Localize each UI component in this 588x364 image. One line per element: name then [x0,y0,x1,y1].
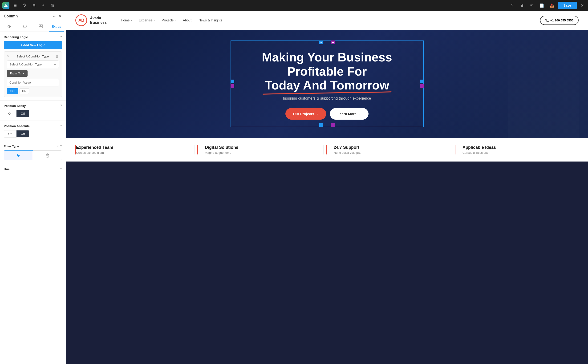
or-button[interactable]: OR [20,88,29,94]
website-preview: AB Avada Business Home ▾ Expertise ▾ [66,11,588,364]
filter-label-row: Filter Type ▾ ? [4,144,62,148]
position-sticky-section: Position Sticky ? On Off [0,101,66,121]
svg-point-0 [9,26,10,27]
template-icon[interactable]: 📄 [538,2,546,9]
nav-home[interactable]: Home ▾ [121,18,132,22]
nav-phone-button[interactable]: 📞 +1 800 555 5555 [540,16,579,25]
condition-logic-row: AND OR [7,88,59,94]
desktop-icon[interactable]: 🖥 [518,2,526,9]
nav-expertise-chevron: ▾ [154,19,155,22]
condition-block: ✎ Select A Condition Type 🗑 Select A Con… [4,51,62,97]
tab-design[interactable] [2,22,17,32]
rendering-logic-help-icon[interactable]: ? [60,35,62,39]
position-sticky-help-icon[interactable]: ? [60,104,62,108]
learn-more-button[interactable]: Learn More → [330,108,369,120]
panel-header-actions: ··· ✕ [53,14,62,19]
condition-type-select[interactable]: Select A Condition Type [7,60,59,68]
phone-icon: 📞 [545,19,549,22]
panel-header: Column ··· ✕ [0,11,66,22]
position-absolute-toggle: On Off [4,130,29,137]
condition-value-input[interactable] [7,79,59,86]
panel-close-icon[interactable]: ✕ [59,14,62,19]
feature-strip: Experienced Team Cursus ultrices diam Di… [66,138,588,162]
our-projects-button[interactable]: Our Projects → [285,108,326,120]
position-sticky-toggle: On Off [4,110,29,117]
position-sticky-off-button[interactable]: Off [16,110,29,117]
feature-item-1: Digital Solutions Magna augue temp [197,145,321,155]
svg-rect-6 [332,42,333,43]
hue-label: Hue [4,167,10,171]
feature-item-0: Experienced Team Cursus ultrices diam [75,145,192,155]
feature-desc-2: Nunc quisa volutpat [334,151,443,155]
condition-block-header: ✎ Select A Condition Type 🗑 [7,54,59,58]
save-button[interactable]: Save [558,2,577,9]
position-absolute-help-icon[interactable]: ? [60,124,62,128]
export-icon[interactable]: 📤 [548,2,555,9]
handle-top-center-2 [331,40,335,44]
trash-icon[interactable]: 🗑 [49,2,57,9]
feature-desc-1: Magna augue temp [205,151,314,155]
filter-icons-row [4,150,62,160]
nav-news-label: News & Insights [198,18,222,22]
position-absolute-on-button[interactable]: On [4,130,16,137]
close-button[interactable]: × [579,3,586,8]
extras-tab-label: Extras [52,25,61,28]
hue-help-icon[interactable]: ? [60,167,62,171]
tab-layout[interactable] [33,22,48,32]
site-nav-links: Home ▾ Expertise ▾ Projects ▾ About [121,18,540,22]
handle-bottom-center-1 [319,123,323,127]
hero-title-line2: Today And Tomorrow [265,78,389,92]
help-icon[interactable]: ? [508,2,516,9]
layers-icon[interactable]: ☰ [11,2,19,9]
svg-rect-1 [39,25,40,26]
position-sticky-on-button[interactable]: On [4,110,16,117]
position-absolute-off-button[interactable]: Off [16,130,29,137]
svg-rect-2 [41,25,42,26]
feature-desc-0: Cursus ultrices diam [76,151,185,155]
filter-type-section: Filter Type ▾ ? [0,141,66,164]
panel-options-icon[interactable]: ··· [53,14,57,19]
feature-desc-3: Cursus ultrices diam [463,151,572,155]
nav-projects[interactable]: Projects ▾ [162,18,176,22]
nav-news[interactable]: News & Insights [198,18,222,22]
toolbar-logo[interactable] [2,2,9,9]
left-panel: Column ··· ✕ Extras Rendering Lo [0,11,66,364]
handle-right-2 [420,84,424,88]
condition-delete-icon[interactable]: 🗑 [56,54,59,58]
tab-style[interactable] [18,22,33,32]
hero-section: Making Your Business Profitable For Toda… [66,30,588,138]
history-icon[interactable]: ⏱ [21,2,28,9]
filter-actions: ▾ ? [57,144,62,148]
tab-extras[interactable]: Extras [49,22,64,32]
condition-edit-icon[interactable]: ✎ [7,54,10,58]
main-layout: Column ··· ✕ Extras Rendering Lo [0,11,588,364]
handle-bottom-center-2 [331,123,335,127]
grid-icon[interactable]: ⊞ [30,2,38,9]
feature-divider-2 [323,145,324,155]
feature-title-1: Digital Solutions [205,145,314,150]
add-icon[interactable]: + [39,2,47,9]
nav-about[interactable]: About [183,18,191,22]
rendering-logic-label: Rendering Logic ? [4,35,62,39]
and-button[interactable]: AND [7,88,18,94]
site-nav: AB Avada Business Home ▾ Expertise ▾ [66,11,588,30]
nav-projects-chevron: ▾ [175,19,176,22]
preview-icon[interactable]: 👁 [528,2,536,9]
add-logic-button[interactable]: + Add New Logic [4,41,62,49]
filter-hand-button[interactable] [33,150,62,160]
equal-to-button[interactable]: Equal To ▼ [7,70,27,77]
nav-about-label: About [183,18,191,22]
equal-to-row: Equal To ▼ [7,70,59,77]
equal-to-arrow-icon: ▼ [22,72,24,75]
nav-expertise[interactable]: Expertise ▾ [139,18,155,22]
feature-divider-1 [195,145,195,155]
filter-cursor-button[interactable] [4,150,33,160]
filter-collapse-icon[interactable]: ▾ [57,144,59,148]
filter-help-icon[interactable]: ? [60,144,62,148]
toolbar-right: ? 🖥 👁 📄 📤 Save × [508,2,586,9]
position-sticky-label-row: Position Sticky ? [4,104,62,108]
hero-subtitle: Inspiring customers & supporting through… [241,96,414,101]
svg-rect-7 [333,42,334,43]
hero-title: Making Your Business Profitable For Toda… [241,50,414,92]
position-sticky-label: Position Sticky [4,104,26,108]
